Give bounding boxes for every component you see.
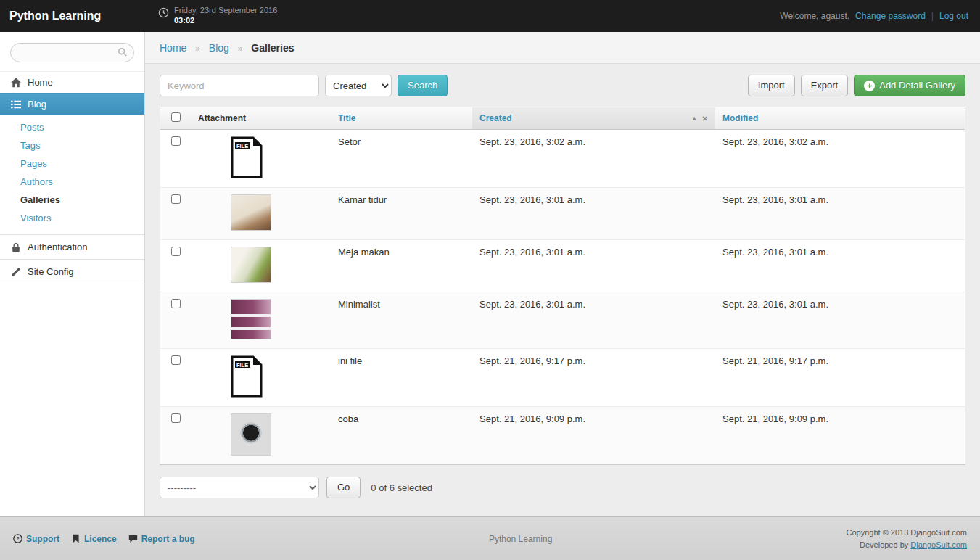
clock-widget: Friday, 23rd September 2016 03:02	[158, 6, 277, 26]
row-title[interactable]: ini file	[338, 355, 362, 366]
blog-submenu: Posts Tags Pages Authors Galleries Visit…	[0, 115, 144, 235]
row-checkbox[interactable]	[171, 247, 181, 256]
logout-link[interactable]: Log out	[939, 11, 968, 21]
galleries-table: Attachment Title Created Modifie	[160, 107, 965, 465]
import-button[interactable]: Import	[748, 75, 795, 96]
table-row: Meja makan Sept. 23, 2016, 3:01 a.m. Sep…	[160, 240, 965, 292]
welcome-text: Welcome, agaust.	[780, 11, 849, 21]
sidebar-item-pages[interactable]: Pages	[0, 155, 144, 173]
djangosuit-link[interactable]: DjangoSuit.com	[910, 540, 967, 549]
pencil-icon	[11, 267, 21, 277]
table-row: coba Sept. 21, 2016, 9:09 p.m. Sept. 21,…	[160, 407, 965, 465]
search-icon	[118, 47, 128, 57]
go-button[interactable]: Go	[326, 477, 361, 498]
sidebar: Home Blog Posts Tags Pages Authors Galle…	[0, 32, 145, 516]
sidebar-item-posts[interactable]: Posts	[0, 118, 144, 136]
home-icon	[11, 78, 21, 88]
sidebar-item-visitors[interactable]: Visitors	[0, 209, 144, 227]
row-title[interactable]: coba	[338, 413, 358, 424]
app-title: Python Learning	[0, 9, 145, 22]
row-checkbox[interactable]	[171, 413, 181, 423]
attachment-thumbnail[interactable]	[231, 413, 271, 456]
sort-ascending-icon[interactable]	[691, 115, 698, 122]
attachment-thumbnail[interactable]	[231, 247, 271, 283]
support-link[interactable]: ? Support	[13, 534, 59, 544]
row-created: Sept. 23, 2016, 3:01 a.m.	[479, 247, 585, 258]
topbar-separator: |	[931, 11, 934, 21]
row-checkbox[interactable]	[171, 355, 181, 365]
breadcrumb-blog[interactable]: Blog	[209, 42, 229, 54]
remove-sort-icon[interactable]	[702, 115, 708, 123]
search-field-select[interactable]: Created	[325, 75, 392, 96]
sidebar-item-tags[interactable]: Tags	[0, 136, 144, 155]
top-bar: Python Learning Friday, 23rd September 2…	[0, 0, 980, 32]
row-checkbox[interactable]	[171, 299, 181, 308]
sidebar-item-galleries[interactable]: Galleries	[0, 191, 144, 209]
column-header-title: Title	[331, 107, 472, 130]
sidebar-item-label: Home	[28, 77, 53, 88]
question-circle-icon: ?	[13, 534, 22, 543]
column-header-modified: Modified	[715, 107, 965, 130]
sidebar-item-site-config[interactable]: Site Config	[0, 260, 144, 284]
report-bug-link[interactable]: Report a bug	[128, 534, 195, 544]
pagination-separator: /	[186, 516, 189, 516]
sidebar-item-authentication[interactable]: Authentication	[0, 235, 144, 260]
main-content: Home » Blog » Galleries Created Search I…	[145, 32, 980, 516]
row-created: Sept. 21, 2016, 9:17 p.m.	[479, 355, 585, 366]
clock-icon	[158, 7, 169, 18]
sidebar-item-home[interactable]: Home	[0, 71, 144, 93]
row-created: Sept. 23, 2016, 3:01 a.m.	[479, 194, 585, 205]
breadcrumb-separator: »	[238, 44, 243, 54]
row-modified: Sept. 23, 2016, 3:01 a.m.	[722, 299, 828, 310]
list-icon	[11, 99, 21, 110]
attachment-thumbnail[interactable]: FILE	[231, 355, 263, 398]
svg-text:?: ?	[16, 535, 20, 542]
sidebar-search-input[interactable]	[10, 43, 134, 62]
table-row: Minimalist Sept. 23, 2016, 3:01 a.m. Sep…	[160, 292, 965, 349]
sidebar-item-label: Site Config	[28, 266, 74, 277]
row-modified: Sept. 23, 2016, 3:02 a.m.	[722, 136, 828, 147]
sidebar-item-authors[interactable]: Authors	[0, 173, 144, 191]
sort-by-title-link[interactable]: Title	[338, 113, 355, 123]
row-checkbox[interactable]	[171, 136, 181, 146]
sidebar-nav: Home Blog	[0, 71, 144, 115]
row-title[interactable]: Setor	[338, 136, 361, 147]
search-button[interactable]: Search	[398, 75, 448, 96]
wall-shelf-photo	[231, 299, 271, 339]
dining-room-photo	[231, 247, 271, 283]
sort-by-created-link[interactable]: Created	[479, 113, 512, 123]
add-detail-gallery-button[interactable]: + Add Detail Gallery	[854, 75, 965, 96]
row-created: Sept. 23, 2016, 3:01 a.m.	[479, 299, 585, 310]
row-checkbox[interactable]	[171, 194, 181, 204]
table-row: Kamar tidur Sept. 23, 2016, 3:01 a.m. Se…	[160, 188, 965, 240]
row-title[interactable]: Meja makan	[338, 247, 390, 258]
plus-icon: +	[864, 81, 875, 91]
attachment-thumbnail[interactable]: FILE	[231, 136, 263, 178]
attachment-thumbnail[interactable]	[231, 194, 271, 231]
change-password-link[interactable]: Change password	[855, 11, 926, 21]
lock-icon	[11, 242, 21, 252]
pagination-range: 1 - 6	[160, 516, 178, 516]
attachment-thumbnail[interactable]	[231, 299, 271, 339]
action-select[interactable]: ---------	[160, 477, 319, 498]
sidebar-item-label: Blog	[28, 99, 46, 110]
footer: ? Support Licence Report a bug Python Le…	[0, 516, 980, 560]
selected-count: 0 of 6 selected	[371, 482, 432, 493]
breadcrumb: Home » Blog » Galleries	[145, 32, 980, 64]
comment-icon	[128, 534, 138, 543]
sort-by-modified-link[interactable]: Modified	[722, 113, 758, 123]
sidebar-item-blog[interactable]: Blog	[0, 93, 144, 115]
bookmark-icon	[71, 534, 81, 543]
breadcrumb-home[interactable]: Home	[160, 42, 186, 54]
licence-link[interactable]: Licence	[71, 534, 117, 544]
select-all-checkbox[interactable]	[171, 112, 181, 122]
row-title[interactable]: Kamar tidur	[338, 194, 387, 205]
row-modified: Sept. 23, 2016, 3:01 a.m.	[722, 247, 828, 258]
export-button[interactable]: Export	[801, 75, 849, 96]
row-modified: Sept. 21, 2016, 9:17 p.m.	[722, 355, 828, 366]
row-title[interactable]: Minimalist	[338, 299, 380, 310]
footer-app-name: Python Learning	[195, 534, 847, 544]
keyword-input[interactable]	[160, 75, 319, 96]
developed-by-text: Developed by	[860, 540, 910, 549]
breadcrumb-current: Galleries	[251, 42, 294, 54]
